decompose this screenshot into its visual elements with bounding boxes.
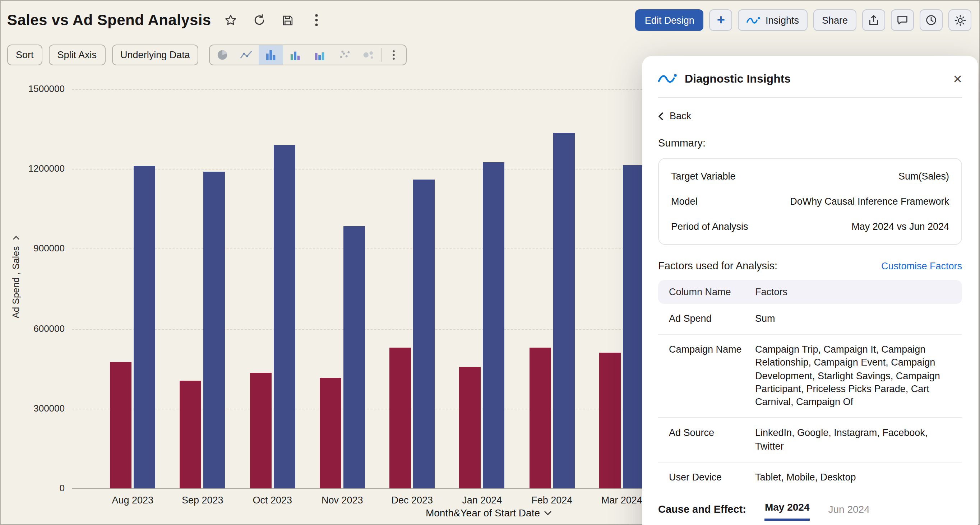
chart-plot-area: Aug 2023Sep 2023Oct 2023Nov 2023Dec 2023… <box>98 89 657 489</box>
chevron-down-icon <box>544 510 551 515</box>
table-cell-column: Ad Source <box>669 427 755 453</box>
bar-group-aug-2023: Aug 2023 <box>98 89 168 489</box>
panel-header: Diagnostic Insights × <box>658 56 962 86</box>
bar-sales[interactable] <box>204 172 225 489</box>
bar-ad-spend[interactable] <box>599 353 621 489</box>
table-row: Campaign Name Campaign Trip, Campaign It… <box>658 335 962 418</box>
bar-group-dec-2023: Dec 2023 <box>377 89 447 489</box>
back-label: Back <box>670 111 691 121</box>
x-axis-tick-label: Dec 2023 <box>391 495 433 506</box>
bar-sales[interactable] <box>274 145 295 489</box>
table-row: Ad Source LinkedIn, Google, Instagram, F… <box>658 418 962 463</box>
column-name-header: Column Name <box>669 287 755 297</box>
customise-factors-link[interactable]: Customise Factors <box>881 261 962 271</box>
tab-jun-2024[interactable]: Jun 2024 <box>829 503 870 521</box>
factors-heading: Factors used for Analysis: <box>658 260 777 271</box>
summary-row: Model DoWhy Causal Inference Framework <box>671 189 949 214</box>
bar-group-jan-2024: Jan 2024 <box>447 89 517 489</box>
table-cell-factors: Tablet, Mobile, Desktop <box>755 471 951 484</box>
tab-may-2024[interactable]: May 2024 <box>765 501 810 521</box>
summary-row-label: Period of Analysis <box>671 221 748 232</box>
bar-ad-spend[interactable] <box>320 378 341 489</box>
bar-ad-spend[interactable] <box>529 347 551 489</box>
table-cell-factors: LinkedIn, Google, Instagram, Facebook, T… <box>755 427 951 453</box>
table-cell-column: Ad Spend <box>669 312 755 325</box>
table-cell-column: Campaign Name <box>669 343 755 409</box>
chevron-left-icon <box>658 112 664 120</box>
zia-logo-icon <box>658 73 677 85</box>
back-button[interactable]: Back <box>658 111 691 121</box>
bar-group-nov-2023: Nov 2023 <box>307 89 377 489</box>
y-axis-tick-label: 0 <box>4 483 65 493</box>
summary-card: Target Variable Sum(Sales) Model DoWhy C… <box>658 158 962 245</box>
cause-effect-heading: Cause and Effect: <box>658 503 746 521</box>
summary-heading: Summary: <box>658 137 962 149</box>
y-axis-tick-label: 1200000 <box>4 163 65 174</box>
x-axis-tick-label: Oct 2023 <box>253 495 292 506</box>
bar-group-sep-2023: Sep 2023 <box>168 89 238 489</box>
factors-header: Factors <box>755 287 951 297</box>
close-icon[interactable]: × <box>953 71 962 86</box>
bar-ad-spend[interactable] <box>390 347 411 489</box>
x-axis-tick-label: Nov 2023 <box>321 495 363 506</box>
factors-table-header: Column Name Factors <box>658 280 962 304</box>
analytics-app-window: Sales vs Ad Spend Analysis Edit Design +… <box>0 0 980 525</box>
table-cell-column: User Device <box>669 471 755 484</box>
x-axis-tick-label: Jan 2024 <box>462 495 502 506</box>
x-axis-tick-label: Feb 2024 <box>531 495 572 506</box>
x-axis-tick-label: Aug 2023 <box>112 495 153 506</box>
bar-sales[interactable] <box>344 226 365 489</box>
panel-title: Diagnostic Insights <box>685 72 945 85</box>
table-cell-factors: Sum <box>755 312 951 325</box>
summary-row-label: Target Variable <box>671 171 736 182</box>
summary-row: Target Variable Sum(Sales) <box>671 164 949 189</box>
bar-sales[interactable] <box>413 179 435 489</box>
y-axis-title[interactable]: Ad Spend , Sales <box>10 235 21 319</box>
bar-group-oct-2023: Oct 2023 <box>237 89 307 489</box>
diagnostic-insights-panel: Diagnostic Insights × Back Summary: Targ… <box>642 56 978 525</box>
y-axis-expand-icon <box>12 235 19 241</box>
bar-sales[interactable] <box>134 166 155 489</box>
x-axis-title-label: Month&Year of Start Date <box>426 507 540 519</box>
cause-effect-row: Cause and Effect: May 2024 Jun 2024 <box>658 501 962 521</box>
bar-sales[interactable] <box>483 162 505 489</box>
bar-group-feb-2024: Feb 2024 <box>517 89 587 489</box>
bar-ad-spend[interactable] <box>460 367 481 489</box>
y-axis-tick-label: 300000 <box>4 403 65 414</box>
factors-table: Column Name Factors Ad Spend Sum Campaig… <box>658 280 962 493</box>
table-cell-factors: Campaign Trip, Campaign It, Campaign Rel… <box>755 343 951 409</box>
factors-heading-row: Factors used for Analysis: Customise Fac… <box>658 260 962 271</box>
summary-row-value: DoWhy Causal Inference Framework <box>790 196 949 207</box>
summary-row-value: May 2024 vs Jun 2024 <box>851 221 949 232</box>
bar-ad-spend[interactable] <box>110 362 132 489</box>
bar-sales[interactable] <box>623 165 644 489</box>
table-row: User Device Tablet, Mobile, Desktop <box>658 463 962 493</box>
summary-row: Period of Analysis May 2024 vs Jun 2024 <box>671 214 949 239</box>
x-axis-tick-label: Mar 2024 <box>601 495 642 506</box>
x-axis-tick-label: Sep 2023 <box>182 495 223 506</box>
bar-ad-spend[interactable] <box>180 381 202 489</box>
y-axis-tick-label: 600000 <box>4 323 65 334</box>
panel-divider <box>658 97 962 98</box>
table-row: Ad Spend Sum <box>658 304 962 335</box>
summary-row-label: Model <box>671 196 698 207</box>
summary-row-value: Sum(Sales) <box>899 171 949 182</box>
y-axis-title-label: Ad Spend , Sales <box>10 246 21 319</box>
bar-ad-spend[interactable] <box>250 373 271 489</box>
bar-sales[interactable] <box>553 133 574 489</box>
y-axis-tick-label: 1500000 <box>4 83 65 94</box>
